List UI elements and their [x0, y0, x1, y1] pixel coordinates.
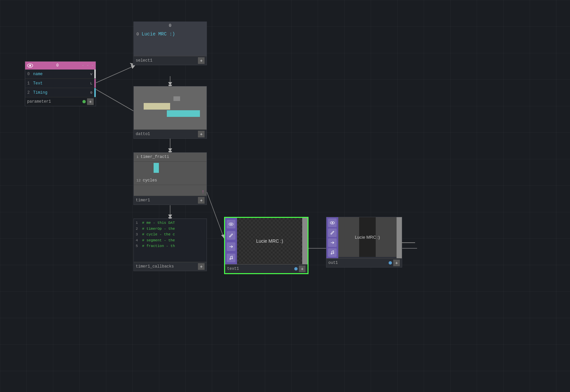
svg-marker-12 [130, 63, 133, 66]
callbacks-label: timer1_callbacks [136, 264, 198, 269]
text1-arrow-icon[interactable] [227, 242, 235, 251]
select1-footer: select1 + [134, 56, 207, 65]
timer1-progress-bar [154, 163, 159, 173]
callback-line-5: 5 # fraction - th [136, 243, 205, 249]
out1-eye-icon[interactable] [328, 219, 337, 227]
out1-sidebar [326, 217, 338, 258]
timer1-row1-num: 1 [136, 155, 139, 159]
parameter1-label: parameter1 [27, 99, 82, 104]
svg-point-25 [333, 253, 334, 254]
datto1-node: datto1 + [133, 86, 207, 139]
datto1-plus-button[interactable]: + [198, 131, 205, 137]
datto1-label: datto1 [136, 132, 198, 136]
out1-dot [389, 261, 392, 265]
callback-line-1: 1 # me - this DAT [136, 220, 205, 226]
datto1-footer: datto1 + [134, 129, 207, 138]
out1-main: Lucie MRC :) [326, 217, 402, 258]
out1-arrow-icon[interactable] [328, 238, 337, 247]
callbacks-body: 1 # me - this DAT 2 # timerOp - the 3 # … [134, 219, 207, 262]
select1-body: 0 Lucie MRC :) [134, 29, 207, 56]
timer1-body: 1 timer_fracti 12 cycles ↑ [134, 153, 207, 196]
parameter1-plus-button[interactable]: + [87, 98, 94, 105]
datto-bar-cream [144, 103, 170, 110]
select1-node: 0 0 Lucie MRC :) select1 + [133, 22, 207, 65]
parameter1-header: 0 - - - [25, 62, 96, 70]
parameter1-header-num: 0 [34, 63, 80, 68]
out1-canvas-text: Lucie MRC :) [355, 235, 380, 240]
parameter1-dot [82, 100, 86, 103]
grid-background [0, 0, 570, 392]
out1-output-line [402, 242, 415, 243]
datto-bar-top [173, 96, 180, 101]
timer1-row2-num: 12 [136, 178, 141, 182]
callbacks-plus-button[interactable]: + [198, 263, 205, 270]
out1-music-icon[interactable] [328, 248, 337, 257]
svg-point-16 [230, 223, 232, 225]
select1-value: Lucie MRC :) [142, 31, 175, 37]
param-row-name: 0 name v [25, 70, 96, 79]
callback-line-2: 2 # timerOp - the [136, 226, 205, 232]
svg-line-0 [96, 66, 133, 83]
out1-canvas: Lucie MRC :) [338, 217, 397, 257]
text1-canvas: Lucie MRC :) [237, 218, 302, 264]
callbacks-footer: timer1_callbacks + [134, 262, 207, 271]
timer1-row1-label: timer_fracti [141, 155, 169, 159]
svg-point-14 [29, 65, 31, 66]
select1-content-row: 0 Lucie MRC :) [136, 31, 204, 37]
timer1-row2: 12 cycles [134, 176, 207, 185]
param-row-timing: 2 Timing 0 [25, 88, 96, 97]
text1-edit-icon[interactable] [227, 231, 235, 240]
callback-line-4: 4 # segment - the [136, 238, 205, 244]
parameter1-footer: parameter1 + [25, 97, 96, 106]
text1-eye-icon[interactable] [227, 220, 235, 228]
timer1-callbacks-node: 1 # me - this DAT 2 # timerOp - the 3 # … [133, 219, 207, 271]
param-row-text: 1 Text L [25, 79, 96, 88]
text1-footer: text1 + [225, 264, 308, 273]
svg-line-1 [96, 89, 133, 111]
out1-node: Lucie MRC :) out1 + [326, 217, 402, 268]
select1-label: select1 [136, 58, 198, 63]
parameter1-node: 0 - - - 0 name v 1 Text L 2 Timing 0 par… [25, 61, 96, 106]
out1-plus-button[interactable]: + [393, 260, 400, 266]
text1-music-icon[interactable] [227, 254, 235, 262]
text1-sidebar [225, 218, 237, 264]
out1-label: out1 [328, 261, 389, 265]
svg-line-5 [207, 192, 224, 238]
callback-line-3: 3 # cycle - the c [136, 232, 205, 238]
text1-node: Lucie MRC :) text1 + [224, 217, 309, 274]
out1-footer: out1 + [326, 258, 402, 267]
out1-edit-icon[interactable] [328, 228, 337, 237]
svg-marker-9 [168, 148, 172, 152]
timer1-footer: timer1 + [134, 196, 207, 205]
eye-icon [27, 63, 33, 69]
datto-bar-cyan [167, 110, 200, 117]
select1-header-num: 0 [134, 22, 207, 29]
timer1-row2-label: cycles [143, 178, 157, 183]
parameter1-body: 0 name v 1 Text L 2 Timing 0 [25, 70, 96, 97]
timer1-node: 1 timer_fracti 12 cycles ↑ timer1 + [133, 152, 207, 205]
datto1-body [134, 86, 207, 129]
svg-point-24 [331, 253, 332, 254]
text1-label: text1 [227, 267, 294, 271]
svg-marker-10 [168, 215, 172, 218]
svg-point-19 [230, 259, 231, 260]
timer1-label: timer1 [136, 198, 198, 203]
connections-layer [0, 0, 570, 392]
text1-plus-button[interactable]: + [299, 266, 306, 272]
text1-scrollbar[interactable] [302, 218, 308, 264]
select1-plus-button[interactable]: + [198, 57, 205, 64]
timer1-row1: 1 timer_fracti [134, 153, 207, 162]
text1-canvas-text: Lucie MRC :) [256, 238, 283, 244]
svg-point-20 [232, 258, 233, 259]
timer1-plus-button[interactable]: + [198, 197, 205, 204]
timer1-arrow-icon: ↑ [201, 189, 205, 195]
text1-dot [294, 267, 298, 270]
out1-scrollbar[interactable] [397, 217, 402, 258]
text1-main: Lucie MRC :) [225, 218, 308, 264]
svg-point-22 [332, 222, 333, 223]
svg-marker-8 [168, 82, 172, 85]
